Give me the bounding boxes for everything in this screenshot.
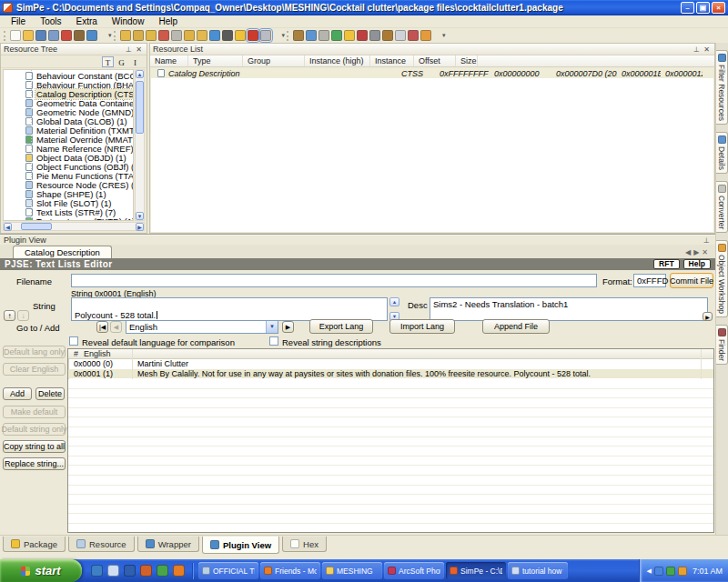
toolbar-overflow-icon[interactable]: ▾ <box>108 32 112 39</box>
tree-view-mode-button[interactable]: T <box>102 56 114 67</box>
append-file-button[interactable]: Append File <box>482 319 550 334</box>
first-language-icon[interactable]: |◀ <box>96 321 108 333</box>
scroll-thumb[interactable] <box>21 223 52 230</box>
recent-packages-icon[interactable] <box>146 30 157 41</box>
close-panel-icon[interactable]: ✕ <box>702 45 712 54</box>
media-quicklaunch-icon[interactable] <box>140 565 152 577</box>
taskbar-task-button[interactable]: Friends - Mozilla F... <box>260 562 320 579</box>
color-grid-icon[interactable] <box>331 30 342 41</box>
sim-smiley-icon[interactable] <box>235 30 246 41</box>
view-tab[interactable]: Wrapper <box>137 537 199 552</box>
save-sims-package-icon[interactable] <box>133 30 144 41</box>
tab-catalog-description[interactable]: Catalog Description <box>13 246 112 258</box>
pin-icon[interactable]: ⊥ <box>692 45 702 54</box>
firefox-quicklaunch-icon[interactable] <box>173 565 185 577</box>
grid-column-header[interactable]: English <box>78 349 111 358</box>
view-tab[interactable]: Plugin View <box>202 537 279 554</box>
delete-marked-icon[interactable] <box>248 30 258 41</box>
toolbar-drag-handle[interactable] <box>114 31 116 41</box>
taskbar-task-button[interactable]: SimPe - C:\Docum... <box>446 562 506 579</box>
family-icon[interactable] <box>408 30 419 41</box>
mail-icon[interactable] <box>318 30 329 41</box>
tree-item[interactable]: Resource Node (CRES) (1) <box>4 181 133 190</box>
tree-item[interactable]: Pie Menu Functions (TTAB) (1) <box>4 172 133 181</box>
tree-item[interactable]: Geometric Data Container (GMDC) (1) <box>4 98 133 107</box>
tag-icon[interactable] <box>260 30 271 41</box>
mail-package-icon[interactable] <box>171 30 182 41</box>
column-header[interactable]: Size <box>456 55 478 66</box>
toolbar-overflow-icon[interactable]: ▾ <box>442 32 446 39</box>
lang-action-button[interactable]: Clear English <box>3 363 66 376</box>
menu-item[interactable]: Window <box>105 16 152 26</box>
view-tab[interactable]: Hex <box>282 537 327 552</box>
chevron-down-icon[interactable]: ▼ <box>266 321 278 333</box>
rft-button[interactable]: RFT <box>653 259 680 269</box>
save-as-icon[interactable] <box>48 30 59 41</box>
taskbar-task-button[interactable]: tutorial how to me... <box>508 562 568 579</box>
tree-item[interactable]: Behaviour Function (BHAV) (2) <box>4 80 133 89</box>
scroll-right-icon[interactable]: ▶ <box>136 223 144 231</box>
tree-item[interactable]: Object Functions (OBJf) (1) <box>4 162 133 171</box>
tree-item[interactable]: Material Definition (TXMT) (1) <box>4 125 133 135</box>
commit-file-button[interactable]: Commit File <box>670 273 713 288</box>
tree-view-mode-button[interactable]: I <box>129 56 141 67</box>
tab-scroll-left-icon[interactable]: ◀ <box>685 248 691 256</box>
string-action-button[interactable]: Make default <box>3 406 66 418</box>
scroll-left-icon[interactable]: ◀ <box>4 223 12 231</box>
string-row[interactable]: 0x0001 (1) Mesh By Calalily. Not for use… <box>68 369 713 379</box>
spin-up-icon[interactable]: ▲ <box>389 297 399 306</box>
catalog-book-icon[interactable] <box>357 30 368 41</box>
tree-vertical-scrollbar[interactable]: ▲ ▼ <box>135 69 145 221</box>
string-value-textarea[interactable]: Polycount - 528 total. <box>71 297 388 321</box>
string-action-button[interactable]: Default string only <box>3 423 66 436</box>
taskbar-task-button[interactable]: MESHING <box>322 562 382 579</box>
taskbar-task-button[interactable]: OFFICIAL THANK ... <box>198 562 258 579</box>
tree-item[interactable]: Behaviour Constant (BCON) (3) <box>4 71 133 80</box>
workshop-chest-icon[interactable] <box>293 30 304 41</box>
web-update-icon[interactable] <box>86 30 97 41</box>
add-button[interactable]: Add <box>3 387 32 400</box>
import-lang-button[interactable]: Import Lang <box>389 319 455 334</box>
photo-icon[interactable] <box>395 30 406 41</box>
package-folder-icon[interactable] <box>197 30 207 41</box>
string-action-button[interactable]: Copy string to all <box>3 440 66 453</box>
pin-icon[interactable]: ⊥ <box>124 45 134 54</box>
scroll-down-icon[interactable]: ▼ <box>136 212 144 220</box>
tree-item[interactable]: Catalog Description (CTSS) (1) <box>4 89 133 98</box>
filename-input[interactable] <box>71 274 597 287</box>
toolbar-drag-handle[interactable] <box>287 31 289 41</box>
find-resources-icon[interactable] <box>74 30 85 41</box>
previous-string-icon[interactable]: ↑ <box>4 310 15 321</box>
side-tab[interactable]: Converter <box>716 181 728 233</box>
column-header[interactable]: Instance (high) <box>305 55 370 66</box>
tree-item[interactable]: Name Reference (NREF) (1) <box>4 144 133 153</box>
column-header[interactable]: Offset <box>414 55 456 66</box>
language-select[interactable]: English ▼ <box>126 320 278 334</box>
tree-item[interactable]: Geometric Node (GMND) (1) <box>4 107 133 116</box>
column-header[interactable]: Instance <box>370 55 414 66</box>
open-sims-package-icon[interactable] <box>120 30 131 41</box>
cancel-load-icon[interactable] <box>61 30 72 41</box>
neighborhood-icon[interactable] <box>344 30 355 41</box>
tray-chevron-icon[interactable]: ◀ <box>647 567 652 575</box>
tree-horizontal-scrollbar[interactable]: ◀ ▶ <box>3 222 145 231</box>
tree-item[interactable]: Slot File (SLOT) (1) <box>4 199 133 208</box>
minimize-button[interactable]: – <box>681 2 694 14</box>
close-package-icon[interactable] <box>158 30 169 41</box>
security-tray-icon[interactable] <box>666 567 675 576</box>
desc-expand-icon[interactable]: ▶ <box>703 312 713 321</box>
tab-scroll-right-icon[interactable]: ▶ <box>693 248 699 256</box>
next-string-icon[interactable]: ↓ <box>17 310 29 321</box>
tree-item[interactable]: Shape (SHPE) (1) <box>4 190 133 199</box>
tree-item[interactable]: Material Override (MMAT) (1) <box>4 135 133 144</box>
ie-quicklaunch-icon[interactable] <box>91 565 103 577</box>
taskbar-task-button[interactable]: ArcSoft PhotoStudio <box>384 562 444 579</box>
column-header[interactable]: Name <box>150 55 188 66</box>
export-lang-button[interactable]: Export Lang <box>309 319 373 334</box>
pin-icon[interactable]: ⊥ <box>702 236 712 245</box>
column-header[interactable]: Type <box>188 55 243 66</box>
string-action-button[interactable]: Replace string... <box>3 457 66 470</box>
tree-item[interactable]: Text Lists (STR#) (7) <box>4 208 133 217</box>
scroll-up-icon[interactable]: ▲ <box>136 70 144 78</box>
limewire-quicklaunch-icon[interactable] <box>157 565 168 577</box>
